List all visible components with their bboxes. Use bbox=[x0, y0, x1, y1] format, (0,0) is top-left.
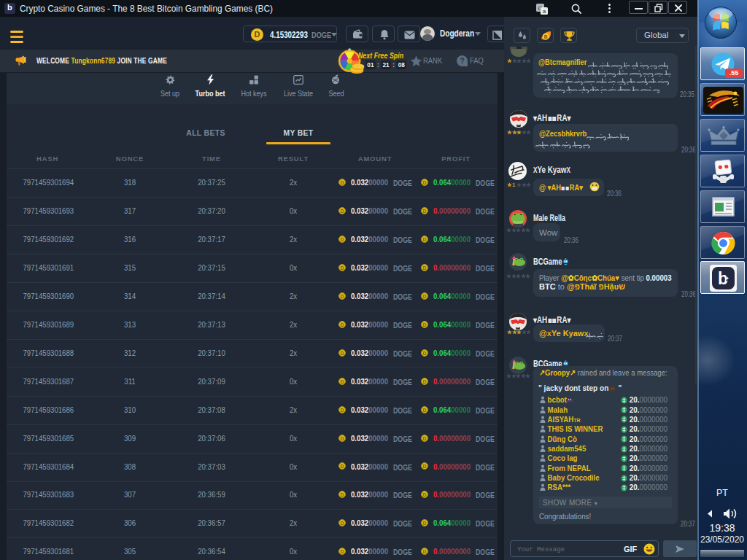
svg-text:B: B bbox=[544, 34, 548, 39]
svg-text:a: a bbox=[543, 8, 546, 15]
